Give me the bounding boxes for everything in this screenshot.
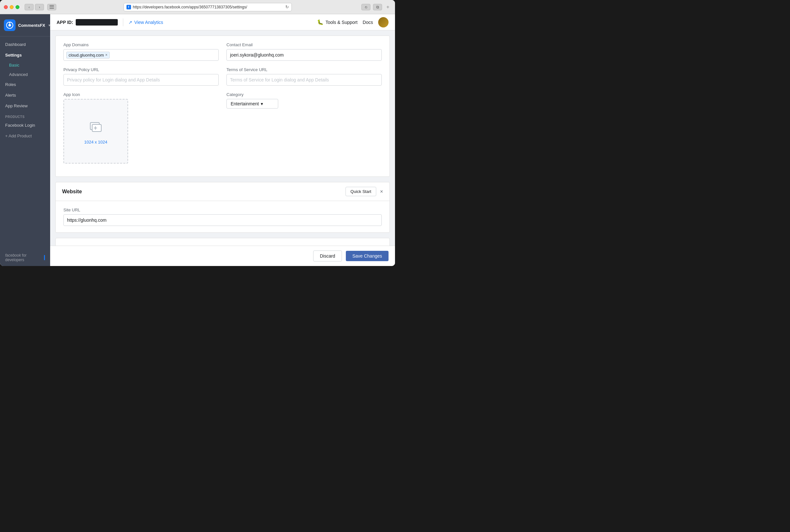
contact-email-group: Contact Email [226, 42, 382, 61]
sidebar-item-settings[interactable]: Settings [0, 50, 50, 60]
sidebar-item-facebook-login[interactable]: Facebook Login [0, 120, 50, 131]
docs-link[interactable]: Docs [363, 20, 373, 25]
domain-tag: cloud.gluonhq.com × [66, 52, 110, 58]
privacy-policy-label: Privacy Policy URL [63, 67, 219, 72]
sidebar-footer: facebook for developers [0, 249, 50, 266]
site-url-label: Site URL [63, 208, 382, 212]
app-window: ‹ › f https://developers.facebook.com/ap… [0, 0, 395, 266]
products-section-label: PRODUCTS [0, 111, 50, 120]
svg-rect-1 [50, 7, 54, 7]
forward-button[interactable]: › [35, 4, 44, 10]
url-text: https://developers.facebook.com/apps/365… [133, 5, 283, 10]
domain-tag-remove[interactable]: × [105, 53, 107, 57]
sidebar-toggle-button[interactable] [47, 4, 56, 10]
sidebar: CommentsFX ▼ Dashboard Settings Basic Ad… [0, 14, 50, 266]
upload-size-label: 1024 x 1024 [84, 140, 107, 145]
category-dropdown-icon: ▾ [261, 101, 263, 106]
sidebar-item-add-product[interactable]: + Add Product [0, 131, 50, 141]
category-label: Category [226, 92, 382, 97]
terms-group: Terms of Service URL [226, 67, 382, 86]
app-icon-label: App Icon [63, 92, 219, 97]
icon-category-row: App Icon [63, 92, 382, 164]
sidebar-item-advanced[interactable]: Advanced [0, 70, 50, 79]
topbar: APP ID: ↗ View Analytics 🐛 Tools & Suppo… [50, 14, 395, 31]
app-domains-label: App Domains [63, 42, 219, 47]
view-analytics-label: View Analytics [134, 20, 163, 25]
sidebar-item-roles[interactable]: Roles [0, 79, 50, 90]
website-section: Website Quick Start × Site URL [55, 182, 390, 233]
app-icon [4, 19, 16, 31]
minimize-window-button[interactable] [10, 5, 14, 9]
website-title: Website [62, 189, 82, 194]
website-header: Website Quick Start × [56, 182, 389, 201]
privacy-policy-input[interactable] [63, 74, 219, 86]
titlebar-actions: ⎋ ⧉ + [361, 4, 391, 10]
share-button[interactable]: ⎋ [361, 4, 370, 10]
app-domains-group: App Domains cloud.gluonhq.com × [63, 42, 219, 61]
category-group: Category Entertainment ▾ [226, 92, 382, 109]
app-id-value [76, 19, 118, 25]
domains-email-row: App Domains cloud.gluonhq.com × Contact … [63, 42, 382, 61]
tools-support-button[interactable]: 🐛 Tools & Support [317, 19, 357, 25]
settings-card: App Domains cloud.gluonhq.com × Contact … [55, 36, 390, 177]
sidebar-item-dashboard[interactable]: Dashboard [0, 39, 50, 50]
favicon: f [127, 5, 131, 10]
website-close-button[interactable]: × [380, 189, 383, 194]
add-platform-section: + Add Platform [55, 238, 390, 246]
analytics-icon: ↗ [128, 20, 132, 25]
contact-email-input[interactable] [226, 49, 382, 61]
sidebar-nav: Dashboard Settings Basic Advanced Roles … [0, 37, 50, 249]
upload-icon [88, 118, 104, 137]
app-id-label: APP ID: [57, 20, 73, 25]
app-icon-upload[interactable]: 1024 x 1024 [63, 99, 128, 164]
domain-tag-text: cloud.gluonhq.com [69, 53, 104, 58]
discard-button[interactable]: Discard [313, 250, 342, 262]
url-bar[interactable]: f https://developers.facebook.com/apps/3… [124, 3, 292, 11]
quick-start-button[interactable]: Quick Start [346, 187, 376, 196]
back-button[interactable]: ‹ [24, 4, 34, 10]
tools-support-label: Tools & Support [326, 20, 357, 25]
footer-text: facebook for developers [5, 253, 42, 262]
add-tab-button[interactable]: + [385, 4, 391, 10]
reload-button[interactable]: ↻ [285, 4, 289, 10]
terms-input[interactable] [226, 74, 382, 86]
app-id-section: APP ID: [57, 19, 118, 25]
fb-blue-accent [44, 255, 45, 260]
bug-icon: 🐛 [317, 19, 324, 25]
category-value: Entertainment [231, 101, 259, 106]
privacy-terms-row: Privacy Policy URL Terms of Service URL [63, 67, 382, 86]
bottom-bar: Discard Save Changes [50, 246, 395, 266]
site-url-input[interactable] [63, 214, 382, 226]
app-name-label: CommentsFX [18, 23, 45, 28]
svg-point-5 [9, 22, 10, 24]
sidebar-item-basic[interactable]: Basic [0, 60, 50, 70]
topbar-divider [123, 18, 123, 26]
category-select[interactable]: Entertainment ▾ [226, 99, 278, 109]
svg-rect-2 [50, 8, 54, 9]
main-layout: CommentsFX ▼ Dashboard Settings Basic Ad… [0, 14, 395, 266]
privacy-policy-group: Privacy Policy URL [63, 67, 219, 86]
sidebar-item-alerts[interactable]: Alerts [0, 90, 50, 100]
svg-point-4 [8, 24, 11, 26]
site-url-group: Site URL [63, 208, 382, 226]
app-icon-group: App Icon [63, 92, 219, 164]
maximize-window-button[interactable] [16, 5, 19, 9]
close-window-button[interactable] [4, 5, 8, 9]
nav-buttons: ‹ › [24, 4, 44, 10]
traffic-lights [4, 5, 19, 9]
app-domains-input[interactable]: cloud.gluonhq.com × [63, 49, 219, 61]
website-header-actions: Quick Start × [346, 187, 383, 196]
svg-rect-0 [50, 5, 54, 6]
sidebar-item-app-review[interactable]: App Review [0, 100, 50, 111]
titlebar: ‹ › f https://developers.facebook.com/ap… [0, 0, 395, 14]
terms-label: Terms of Service URL [226, 67, 382, 72]
topbar-right: 🐛 Tools & Support Docs [317, 17, 388, 27]
settings-card-content: App Domains cloud.gluonhq.com × Contact … [56, 36, 389, 176]
sidebar-header: CommentsFX ▼ [0, 14, 50, 37]
new-tab-button[interactable]: ⧉ [373, 4, 382, 10]
user-avatar[interactable] [378, 17, 388, 27]
save-changes-button[interactable]: Save Changes [346, 251, 388, 261]
website-content: Site URL [56, 201, 389, 232]
contact-email-label: Contact Email [226, 42, 382, 47]
view-analytics-button[interactable]: ↗ View Analytics [128, 20, 163, 25]
